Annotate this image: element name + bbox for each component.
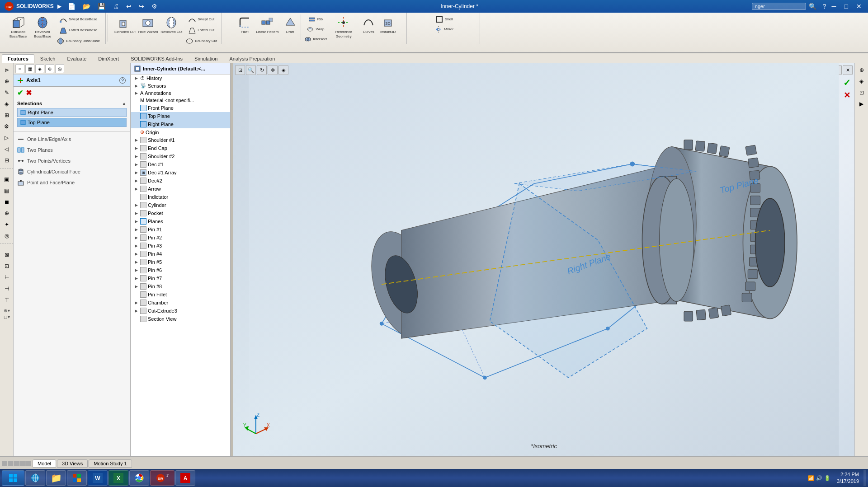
linear-pattern-button[interactable]: Linear Pattern bbox=[255, 14, 279, 35]
tree-item-pin1[interactable]: ▶Pin #1 bbox=[131, 225, 230, 234]
tree-item-endcap[interactable]: ▶ End Cap bbox=[131, 144, 230, 152]
tree-item-cylinder[interactable]: ▶ Cylinder bbox=[131, 201, 230, 209]
left-icon-1[interactable]: ⊳ bbox=[2, 65, 12, 75]
fillet-button[interactable]: Fillet bbox=[236, 14, 254, 35]
taskbar-word[interactable]: W bbox=[88, 470, 108, 486]
print-icon[interactable]: 🖨 bbox=[110, 3, 122, 10]
viewport-ok-button[interactable]: ✓ bbox=[841, 77, 853, 89]
tree-item-pocket[interactable]: ▶ Pocket bbox=[131, 209, 230, 217]
extruded-boss-button[interactable]: Extruded Boss/Base bbox=[6, 14, 30, 39]
tree-item-pin8[interactable]: ▶Pin #8 bbox=[131, 282, 230, 290]
tree-item-pin3[interactable]: ▶Pin #3 bbox=[131, 242, 230, 250]
rib-button[interactable]: Rib bbox=[302, 14, 328, 24]
pg-btn-3[interactable] bbox=[14, 461, 19, 466]
option-two-points[interactable]: Two Points/Vertices bbox=[14, 155, 130, 166]
tree-item-shoulder1[interactable]: ▶ Shoulder #1 bbox=[131, 136, 230, 144]
pg-btn-2[interactable] bbox=[8, 461, 13, 466]
battery-icon[interactable]: 🔋 bbox=[824, 475, 830, 481]
taskbar-excel[interactable]: X bbox=[108, 470, 128, 486]
lofted-boss-button[interactable]: Lofted Boss/Base bbox=[55, 25, 101, 35]
vp-zoom-fit-icon[interactable]: ⊡ bbox=[235, 65, 245, 75]
redo-icon[interactable]: ↪ bbox=[136, 3, 147, 10]
revolved-cut-button[interactable]: Revolved Cut bbox=[160, 14, 183, 35]
left-icon-16[interactable]: ⊠ bbox=[2, 250, 12, 260]
save-icon[interactable]: 💾 bbox=[95, 3, 108, 10]
tree-item-pin-fillet[interactable]: ▶Pin Fillet bbox=[131, 290, 230, 299]
ok-button[interactable]: ✔ bbox=[17, 89, 23, 97]
lofted-cut-button[interactable]: Lofted Cut bbox=[184, 25, 218, 35]
mini-btn-4[interactable]: ⊕ bbox=[45, 64, 54, 73]
taskbar-apps[interactable] bbox=[67, 470, 87, 486]
cancel-button[interactable]: ✖ bbox=[26, 89, 32, 97]
mini-btn-3[interactable]: ◈ bbox=[35, 64, 44, 73]
tree-item-shoulder2[interactable]: ▶ Shoulder #2 bbox=[131, 152, 230, 160]
taskbar-acrobat[interactable]: A bbox=[175, 470, 195, 486]
status-tab-3dviews[interactable]: 3D Views bbox=[57, 459, 88, 468]
ribbon-arrow[interactable]: ▶ bbox=[57, 3, 61, 9]
left-icon-17[interactable]: ⊡ bbox=[2, 261, 12, 271]
left-icon-6[interactable]: ⚙ bbox=[2, 122, 12, 131]
pg-btn-5[interactable] bbox=[25, 461, 31, 466]
intersect-button[interactable]: Intersect bbox=[302, 34, 328, 44]
tab-features[interactable]: Features bbox=[2, 54, 34, 63]
bottom-arrow-icon[interactable]: ▾ bbox=[8, 308, 10, 313]
tab-dimxpert[interactable]: DimXpert bbox=[92, 54, 125, 63]
left-icon-10[interactable]: ▣ bbox=[2, 174, 12, 184]
hole-wizard-button[interactable]: Hole Wizard bbox=[137, 14, 159, 35]
tree-item-pin4[interactable]: ▶Pin #4 bbox=[131, 250, 230, 258]
status-tab-model[interactable]: Model bbox=[33, 459, 56, 468]
extruded-cut-button[interactable]: Extruded Cut bbox=[113, 14, 137, 35]
option-two-planes[interactable]: Two Planes bbox=[14, 145, 130, 155]
left-icon-5[interactable]: ⊞ bbox=[2, 110, 12, 120]
tree-item-top-plane[interactable]: ▶ Top Plane bbox=[131, 112, 230, 120]
right-icon-3[interactable]: ⊡ bbox=[857, 88, 867, 98]
taskbar-chrome[interactable] bbox=[129, 470, 149, 486]
left-icon-7[interactable]: ▷ bbox=[2, 133, 12, 143]
tree-item-arrow[interactable]: ▶ Arrow bbox=[131, 185, 230, 193]
tree-item-section-view[interactable]: ▶Section View bbox=[131, 315, 230, 323]
close-button[interactable]: ✕ bbox=[854, 3, 864, 10]
curves-button[interactable]: Curves bbox=[359, 14, 377, 35]
shell-button[interactable]: Shell bbox=[431, 14, 456, 24]
tab-analysis[interactable]: Analysis Preparation bbox=[223, 54, 281, 63]
right-icon-2[interactable]: ◈ bbox=[857, 76, 867, 86]
tree-item-right-plane[interactable]: ▶ Right Plane bbox=[131, 120, 230, 128]
right-icon-1[interactable]: ⊕ bbox=[857, 65, 867, 75]
reference-geometry-button[interactable]: Reference Geometry bbox=[329, 14, 358, 39]
selections-collapse-icon[interactable]: ▲ bbox=[122, 101, 127, 106]
wrap-button[interactable]: Wrap bbox=[302, 24, 328, 34]
vp-zoom-icon[interactable]: 🔍 bbox=[246, 65, 256, 75]
help-icon[interactable]: ? bbox=[823, 3, 826, 10]
option-cylindrical[interactable]: Cylindrical/Conical Face bbox=[14, 166, 130, 177]
tree-item-cut-extrude3[interactable]: ▶Cut-Extrude3 bbox=[131, 307, 230, 315]
vp-rotate-icon[interactable]: ↻ bbox=[257, 65, 267, 75]
tree-item-history[interactable]: ▶ ⏱ History bbox=[131, 75, 230, 82]
vp-pan-icon[interactable]: ✥ bbox=[268, 65, 278, 75]
tab-sketch[interactable]: Sketch bbox=[34, 54, 61, 63]
mirror-button[interactable]: Mirror bbox=[431, 24, 456, 34]
tree-item-planes[interactable]: ▶ Planes bbox=[131, 217, 230, 225]
viewport-cancel-button[interactable]: ✕ bbox=[841, 89, 853, 101]
left-icon-4[interactable]: ◈ bbox=[2, 99, 12, 109]
left-icon-14[interactable]: ✦ bbox=[2, 220, 12, 229]
left-icon-3[interactable]: ✎ bbox=[2, 88, 12, 98]
viewport[interactable]: ⊡ 🔍 ↻ ✥ ◈ ◻ ◪ ⬡ 👁 ⊕ ☀ … ⤢ ⤡ ✕ bbox=[233, 63, 854, 456]
mini-btn-5[interactable]: ◎ bbox=[55, 64, 64, 73]
swept-boss-button[interactable]: Swept Boss/Base bbox=[55, 14, 101, 24]
option-one-line[interactable]: One Line/Edge/Axis bbox=[14, 134, 130, 145]
tree-item-indicator[interactable]: ▶ Indictator bbox=[131, 193, 230, 201]
mini-btn-1[interactable]: ≡ bbox=[15, 64, 24, 73]
tree-item-sensors[interactable]: ▶ 📡 Sensors bbox=[131, 82, 230, 89]
left-icon-2[interactable]: ⊕ bbox=[2, 76, 12, 86]
taskbar-clock[interactable]: 2:24 PM 3/17/2019 bbox=[833, 471, 863, 485]
tree-item-pin6[interactable]: ▶Pin #6 bbox=[131, 266, 230, 274]
left-icon-13[interactable]: ⊕ bbox=[2, 208, 12, 218]
start-button[interactable] bbox=[2, 470, 24, 486]
search-input[interactable] bbox=[752, 3, 806, 10]
boundary-cut-button[interactable]: Boundary Cut bbox=[184, 36, 218, 46]
left-icon-12[interactable]: ◼ bbox=[2, 197, 12, 207]
instant3d-button[interactable]: 3D Instant3D bbox=[379, 14, 397, 35]
swept-cut-button[interactable]: Swept Cut bbox=[184, 14, 218, 24]
tree-item-annotations[interactable]: ▶ A Annotations bbox=[131, 89, 230, 97]
undo-icon[interactable]: ↩ bbox=[123, 3, 134, 10]
